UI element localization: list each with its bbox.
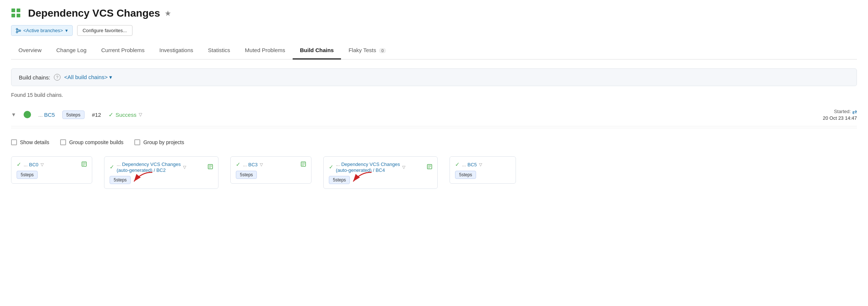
bc-prefix: ... xyxy=(38,112,43,118)
tab-muted-problems[interactable]: Muted Problems xyxy=(238,43,293,59)
filter-label: Build chains: xyxy=(19,74,50,81)
star-icon[interactable]: ★ xyxy=(165,9,171,18)
svg-line-8 xyxy=(18,31,19,32)
card-dropdown-bc2[interactable]: ▽ xyxy=(183,165,186,170)
card-header-bc2: ✓ ... Dependency VCS Changes(auto-genera… xyxy=(110,161,213,173)
content-area: Build chains: ? <All build chains> ▾ Fou… xyxy=(11,59,857,189)
card-wrapper-bc3: ✓ ... BC3 ▽ xyxy=(230,156,311,184)
card-success-icon-bc4: ✓ xyxy=(329,164,334,170)
red-arrow-bc2 xyxy=(127,170,156,186)
card-success-icon-bc2: ✓ xyxy=(110,164,114,170)
bc-link[interactable]: BC5 xyxy=(44,112,55,118)
card-header-bc5: ✓ ... BC5 ▽ xyxy=(455,161,510,168)
started-info: Started: ⇄ 20 Oct 23 14:47 xyxy=(823,108,857,121)
status-row: ✓ Success ▽ xyxy=(108,111,142,118)
page-wrapper: Dependency VCS Changes ★ <Active branche… xyxy=(0,0,868,306)
card-log-icon-bc0[interactable] xyxy=(82,162,87,168)
checkbox-box-group-composite xyxy=(60,139,66,145)
controls-row: <Active branches> ▾ Configure favorites.… xyxy=(11,25,857,36)
tab-flaky-tests[interactable]: Flaky Tests 0 xyxy=(341,43,393,59)
found-text: Found 15 build chains. xyxy=(11,92,857,98)
success-label: Success xyxy=(116,112,137,118)
card-name-bc0[interactable]: ... BC0 xyxy=(24,162,38,167)
red-arrow-bc4 xyxy=(346,170,375,186)
tab-overview[interactable]: Overview xyxy=(11,43,49,59)
card-wrapper-bc0: ✓ ... BC0 ▽ xyxy=(11,156,92,184)
all-build-chains-link[interactable]: <All build chains> ▾ xyxy=(64,74,112,81)
arrow-connector-3 xyxy=(311,156,323,158)
page-header: Dependency VCS Changes ★ xyxy=(11,7,857,19)
svg-rect-0 xyxy=(11,8,15,12)
success-check-icon: ✓ xyxy=(108,111,113,118)
collapse-chevron-icon[interactable]: ▼ xyxy=(11,112,16,118)
build-card-bc2: ✓ ... Dependency VCS Changes(auto-genera… xyxy=(104,156,218,189)
card-header-bc4: ✓ ... Dependency VCS Changes(auto-genera… xyxy=(329,161,432,173)
card-log-icon-bc3[interactable] xyxy=(301,162,306,168)
card-log-icon-bc2[interactable] xyxy=(208,164,213,170)
refresh-icon[interactable]: ⇄ xyxy=(852,109,857,115)
group-composite-label: Group composite builds xyxy=(69,139,123,145)
group-projects-checkbox[interactable]: Group by projects xyxy=(134,139,184,145)
card-dropdown-bc4[interactable]: ▽ xyxy=(402,165,405,170)
card-dropdown-bc5[interactable]: ▽ xyxy=(479,162,482,167)
build-status-circle xyxy=(24,111,31,118)
show-details-label: Show details xyxy=(20,139,49,145)
arrow-connector-4 xyxy=(438,156,450,158)
branch-chevron-icon: ▾ xyxy=(65,28,68,33)
build-chain-name[interactable]: ... BC5 xyxy=(38,112,55,118)
checkboxes-row: Show details Group composite builds Grou… xyxy=(11,134,857,150)
tab-current-problems[interactable]: Current Problems xyxy=(94,43,152,59)
card-success-icon-bc3: ✓ xyxy=(236,161,241,168)
group-composite-checkbox[interactable]: Group composite builds xyxy=(60,139,123,145)
group-projects-label: Group by projects xyxy=(143,139,184,145)
cards-row: ✓ ... BC0 ▽ xyxy=(11,156,857,189)
status-dropdown-icon[interactable]: ▽ xyxy=(139,112,142,117)
card-header-bc3: ✓ ... BC3 ▽ xyxy=(236,161,306,168)
branch-selector-button[interactable]: <Active branches> ▾ xyxy=(11,25,73,36)
divider xyxy=(11,128,857,128)
card-dropdown-bc3[interactable]: ▽ xyxy=(260,162,263,167)
tab-statistics[interactable]: Statistics xyxy=(201,43,238,59)
card-steps-bc0: 5steps xyxy=(17,171,38,179)
flaky-tests-badge: 0 xyxy=(379,48,386,53)
nav-tabs: Overview Change Log Current Problems Inv… xyxy=(11,43,857,59)
arrow-connector-1 xyxy=(92,156,104,158)
card-dropdown-bc0[interactable]: ▽ xyxy=(41,162,44,167)
build-number: #12 xyxy=(92,112,101,118)
tab-changelog[interactable]: Change Log xyxy=(49,43,94,59)
branch-label: <Active branches> xyxy=(23,28,63,33)
build-card-bc5: ✓ ... BC5 ▽ 5steps xyxy=(450,156,516,184)
help-icon[interactable]: ? xyxy=(54,74,61,81)
tab-build-chains[interactable]: Build Chains xyxy=(293,43,341,59)
svg-rect-1 xyxy=(17,8,20,12)
card-steps-bc5: 5steps xyxy=(455,171,476,179)
svg-rect-2 xyxy=(11,14,15,17)
tab-investigations[interactable]: Investigations xyxy=(152,43,201,59)
arrow-connector-2 xyxy=(218,156,230,158)
card-success-icon-bc5: ✓ xyxy=(455,161,460,168)
card-name-bc3[interactable]: ... BC3 xyxy=(243,162,258,167)
checkbox-box-group-projects xyxy=(134,139,140,145)
card-wrapper-bc5: ✓ ... BC5 ▽ 5steps xyxy=(450,156,516,184)
card-steps-bc3: 5steps xyxy=(236,171,257,179)
card-header-bc0: ✓ ... BC0 ▽ xyxy=(17,161,87,168)
started-label: Started: xyxy=(834,109,851,114)
steps-badge: 5steps xyxy=(62,110,85,119)
card-success-icon-bc0: ✓ xyxy=(17,161,21,168)
filter-chevron-icon: ▾ xyxy=(109,74,112,80)
started-date: 20 Oct 23 14:47 xyxy=(823,115,857,121)
build-card-bc0: ✓ ... BC0 ▽ xyxy=(11,156,92,184)
configure-favorites-button[interactable]: Configure favorites... xyxy=(77,25,132,36)
card-log-icon-bc4[interactable] xyxy=(427,164,432,170)
build-card-bc3: ✓ ... BC3 ▽ xyxy=(230,156,311,184)
card-name-bc5[interactable]: ... BC5 xyxy=(462,162,477,167)
card-wrapper-bc4: ✓ ... Dependency VCS Changes(auto-genera… xyxy=(323,156,438,189)
svg-line-9 xyxy=(18,30,19,30)
svg-rect-3 xyxy=(17,14,20,17)
svg-point-6 xyxy=(19,30,21,31)
card-wrapper-bc2: ✓ ... Dependency VCS Changes(auto-genera… xyxy=(104,156,218,189)
filter-bar: Build chains: ? <All build chains> ▾ xyxy=(11,68,857,86)
svg-point-4 xyxy=(16,28,18,30)
show-details-checkbox[interactable]: Show details xyxy=(11,139,49,145)
checkbox-box-show-details xyxy=(11,139,17,145)
